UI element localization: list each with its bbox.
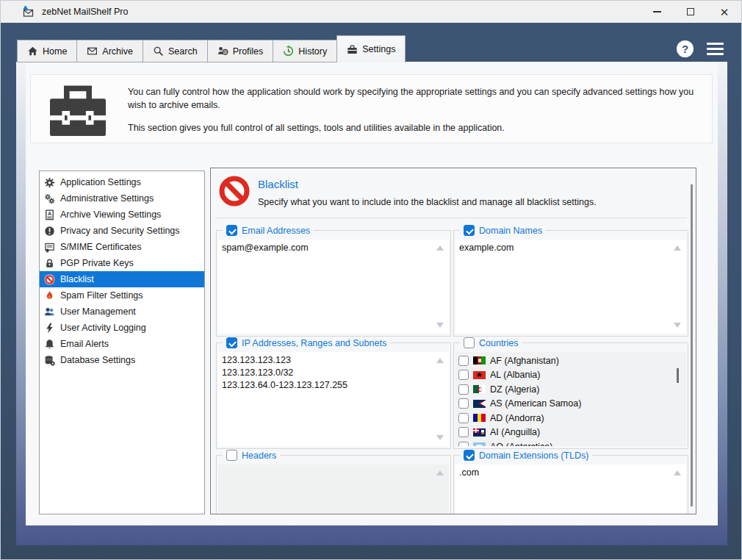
sidebar-item-blacklist[interactable]: Blacklist bbox=[40, 271, 204, 287]
sidebar-item-user-activity-logging[interactable]: User Activity Logging bbox=[40, 320, 204, 336]
ip-addresses-checkbox[interactable] bbox=[226, 337, 237, 348]
tab-search[interactable]: Search bbox=[143, 40, 208, 62]
email-addresses-checkbox[interactable] bbox=[226, 225, 237, 236]
countries-checkbox[interactable] bbox=[464, 337, 475, 348]
scroll-down-icon[interactable] bbox=[674, 323, 681, 328]
minimize-button[interactable] bbox=[640, 1, 674, 23]
sidebar-item-label: Archive Viewing Settings bbox=[60, 209, 161, 220]
separator bbox=[215, 218, 687, 218]
sidebar-item-pgp-private-keys[interactable]: PGP Private Keys bbox=[40, 255, 204, 271]
domain-extensions-checkbox[interactable] bbox=[464, 450, 475, 461]
sidebar-item-label: Privacy and Security Settings bbox=[60, 226, 180, 236]
database-icon bbox=[44, 355, 55, 366]
scroll-down-icon[interactable] bbox=[436, 323, 444, 328]
maximize-button[interactable] bbox=[674, 1, 707, 23]
no-entry-icon bbox=[218, 175, 251, 207]
group-label: IP Addresses, Ranges and Subnets bbox=[242, 338, 386, 348]
tab-home[interactable]: Home bbox=[17, 40, 77, 62]
panel-subtitle: Specify what you want to include into th… bbox=[258, 197, 597, 207]
page-header: You can fully control how the applicatio… bbox=[30, 74, 713, 143]
flag-anguilla-icon bbox=[473, 428, 486, 437]
document-a-icon: A bbox=[44, 209, 55, 220]
country-row[interactable]: AI (Anguilla) bbox=[458, 426, 670, 440]
sidebar-item-label: Email Alerts bbox=[60, 339, 109, 349]
lightning-icon bbox=[44, 323, 55, 334]
sidebar-item-label: User Management bbox=[60, 306, 136, 317]
sidebar-item-privacy-security[interactable]: Privacy and Security Settings bbox=[40, 223, 204, 239]
sidebar-item-database-settings[interactable]: Database Settings bbox=[40, 352, 204, 368]
group-label: Headers bbox=[242, 450, 276, 461]
tab-label: History bbox=[298, 46, 327, 57]
sidebar-item-administrative-settings[interactable]: Administrative Settings bbox=[40, 190, 204, 207]
country-checkbox[interactable] bbox=[458, 442, 469, 446]
textarea-line: 123.123.64.0-123.123.127.255 bbox=[222, 379, 433, 392]
sidebar-item-label: Application Settings bbox=[60, 177, 141, 187]
country-label: AQ (Antarctica) bbox=[490, 442, 552, 446]
flag-afghanistan-icon bbox=[473, 356, 486, 365]
sidebar-item-smime-certificates[interactable]: S/MIME Certificates bbox=[40, 239, 204, 255]
flag-american-samoa-icon bbox=[473, 400, 486, 408]
sidebar-item-spam-filter-settings[interactable]: Spam Filter Settings bbox=[40, 287, 204, 304]
country-row[interactable]: AS (American Samoa) bbox=[458, 397, 670, 412]
sidebar-item-email-alerts[interactable]: Email Alerts bbox=[40, 336, 204, 352]
country-checkbox[interactable] bbox=[458, 413, 469, 423]
country-checkbox[interactable] bbox=[458, 356, 469, 366]
certificate-icon bbox=[44, 242, 55, 253]
group-legend: IP Addresses, Ranges and Subnets bbox=[223, 337, 390, 348]
scroll-down-icon[interactable] bbox=[436, 435, 444, 440]
hamburger-menu-icon[interactable] bbox=[707, 43, 724, 56]
textarea-line: 123.123.123.123 bbox=[222, 354, 433, 367]
countries-scrollbar[interactable] bbox=[677, 368, 679, 383]
client-area: Home Archive Search bbox=[1, 23, 741, 559]
title-bar: zebNet MailShelf Pro ✕ bbox=[1, 1, 741, 23]
sidebar-item-user-management[interactable]: User Management bbox=[40, 304, 204, 320]
domain-names-checkbox[interactable] bbox=[464, 225, 475, 236]
email-addresses-textarea[interactable]: spam@example.com bbox=[218, 240, 449, 334]
tab-label: Settings bbox=[362, 44, 395, 54]
textarea-line: example.com bbox=[459, 242, 670, 254]
headers-textarea[interactable] bbox=[218, 464, 449, 514]
country-row[interactable]: AF (Afghanistan) bbox=[458, 353, 670, 368]
country-checkbox[interactable] bbox=[458, 398, 469, 409]
country-checkbox[interactable] bbox=[458, 427, 469, 437]
textarea-line: .com bbox=[459, 467, 670, 479]
country-label: DZ (Algeria) bbox=[490, 384, 539, 395]
country-row[interactable]: DZ (Algeria) bbox=[458, 382, 670, 397]
country-row[interactable]: AD (Andorra) bbox=[458, 411, 670, 426]
country-checkbox[interactable] bbox=[458, 384, 469, 395]
svg-text:A: A bbox=[48, 211, 51, 216]
help-circle-icon[interactable]: ? bbox=[677, 40, 694, 57]
scroll-up-icon[interactable] bbox=[436, 358, 444, 363]
scroll-up-icon[interactable] bbox=[436, 470, 444, 475]
country-row[interactable]: AL (Albania) bbox=[458, 368, 670, 383]
sidebar-item-label: Database Settings bbox=[60, 355, 135, 365]
sidebar-item-archive-viewing-settings[interactable]: A Archive Viewing Settings bbox=[40, 207, 204, 223]
domain-extensions-textarea[interactable]: .com bbox=[455, 464, 686, 514]
textarea-line: spam@example.com bbox=[222, 242, 433, 254]
country-checkbox[interactable] bbox=[458, 370, 469, 380]
scroll-up-icon[interactable] bbox=[436, 245, 444, 251]
sidebar-item-label: PGP Private Keys bbox=[60, 258, 134, 268]
close-button[interactable]: ✕ bbox=[707, 1, 741, 23]
group-email-addresses: Email Addresses spam@example.com bbox=[216, 230, 451, 337]
panel-scrollbar[interactable] bbox=[691, 184, 693, 506]
tab-profiles[interactable]: Profiles bbox=[207, 40, 274, 62]
sidebar-item-application-settings[interactable]: Application Settings bbox=[40, 174, 204, 190]
history-clock-icon bbox=[283, 46, 294, 57]
group-legend: Domain Extensions (TLDs) bbox=[460, 450, 592, 461]
blacklist-panel: Blacklist Specify what you want to inclu… bbox=[210, 168, 696, 514]
page-header-text: You can fully control how the applicatio… bbox=[128, 84, 697, 143]
country-row[interactable]: AQ (Antarctica) bbox=[458, 439, 670, 446]
ip-addresses-textarea[interactable]: 123.123.123.123 123.123.123.0/32 123.123… bbox=[218, 352, 449, 446]
group-legend: Countries bbox=[460, 337, 522, 348]
tab-settings[interactable]: Settings bbox=[336, 35, 406, 62]
tab-label: Archive bbox=[102, 46, 133, 57]
envelope-icon bbox=[87, 46, 98, 57]
scroll-up-icon[interactable] bbox=[674, 245, 681, 251]
tab-archive[interactable]: Archive bbox=[76, 40, 143, 62]
scroll-up-icon[interactable] bbox=[674, 470, 681, 475]
domain-names-textarea[interactable]: example.com bbox=[455, 240, 686, 334]
group-legend: Email Addresses bbox=[223, 225, 314, 236]
tab-history[interactable]: History bbox=[273, 40, 337, 62]
headers-checkbox[interactable] bbox=[226, 450, 237, 461]
